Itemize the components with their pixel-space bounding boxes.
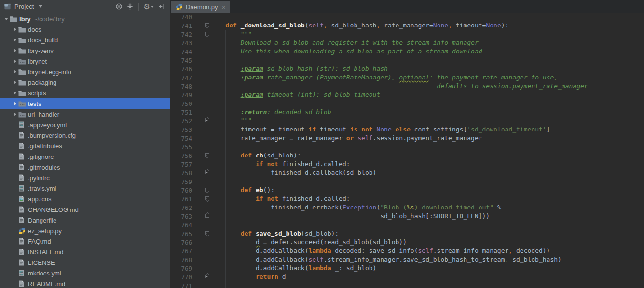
code-line[interactable]: 765 def save_sd_blob(sd_blob):: [170, 229, 644, 238]
code-line[interactable]: 762 finished_d.errback(Exception("Blob (…: [170, 203, 644, 212]
tree-item-changelog-md[interactable]: CHANGELOG.md: [0, 204, 170, 215]
code-line[interactable]: 742 """: [170, 30, 644, 39]
code-text[interactable]: d.addCallback(self.stream_info_manager.s…: [207, 255, 644, 264]
code-text[interactable]: if not finished_d.called:: [207, 195, 644, 203]
code-text[interactable]: :param timeout (int): sd blob timeout: [207, 91, 644, 99]
tree-item-ez-setup-py[interactable]: ez_setup.py: [0, 225, 170, 236]
fold-end-icon[interactable]: [205, 118, 209, 122]
code-text[interactable]: if not finished_d.called:: [207, 160, 644, 169]
fold-end-icon[interactable]: [205, 170, 209, 174]
code-line[interactable]: 747 :param rate_manager (PaymentRateMana…: [170, 73, 644, 82]
code-line[interactable]: 745: [170, 56, 644, 65]
code-text[interactable]: sd_blob_hash[:SHORT_ID_LEN])): [207, 212, 644, 221]
tree-item--gitmodules[interactable]: .gitmodules: [0, 162, 170, 172]
chevron-collapsed-icon[interactable]: [12, 49, 18, 52]
code-line[interactable]: 741 def _download_sd_blob(self, sd_blob_…: [170, 21, 644, 30]
tree-item-uri-handler[interactable]: uri_handler: [0, 109, 170, 119]
fold-collapse-icon[interactable]: [205, 188, 209, 192]
tree-item-faq-md[interactable]: FAQ.md: [0, 236, 170, 247]
close-icon[interactable]: ×: [221, 4, 225, 10]
code-line[interactable]: 749 :param timeout (int): sd blob timeou…: [170, 91, 644, 99]
code-text[interactable]: [207, 13, 644, 21]
fold-collapse-icon[interactable]: [205, 23, 209, 27]
tree-item-packaging[interactable]: packaging: [0, 77, 170, 88]
chevron-collapsed-icon[interactable]: [12, 59, 18, 63]
code-line[interactable]: 752 """: [170, 117, 644, 125]
code-line[interactable]: 759: [170, 177, 644, 186]
code-text[interactable]: [207, 56, 644, 65]
tree-item-lbry-venv[interactable]: lbry-venv: [0, 45, 170, 56]
code-line[interactable]: 756 def cb(sd_blob):: [170, 151, 644, 160]
tree-item-tests[interactable]: tests: [0, 98, 170, 109]
project-panel-title[interactable]: Project: [14, 3, 34, 10]
code-text[interactable]: rate_manager = rate_manager or self.sess…: [207, 134, 644, 143]
chevron-collapsed-icon[interactable]: [12, 102, 18, 105]
code-text[interactable]: """: [207, 30, 644, 39]
code-line[interactable]: 743 Download a sd blob and register it w…: [170, 39, 644, 47]
tree-item-scripts[interactable]: scripts: [0, 88, 170, 98]
tree-item-readme-md[interactable]: README.md: [0, 278, 170, 288]
code-line[interactable]: 748 defaults to session.payment_rate_man…: [170, 82, 644, 91]
tree-item-mkdocs-yml[interactable]: mkdocs.yml: [0, 268, 170, 278]
fold-collapse-icon[interactable]: [205, 231, 209, 235]
code-line[interactable]: 744 Use this when downloading a sd blob …: [170, 47, 644, 56]
code-line[interactable]: 768 d.addCallback(self.stream_info_manag…: [170, 255, 644, 264]
tree-item--gitignore[interactable]: .gitignore: [0, 151, 170, 162]
tree-item-install-md[interactable]: INSTALL.md: [0, 247, 170, 257]
code-text[interactable]: [207, 99, 644, 108]
code-text[interactable]: finished_d.callback(sd_blob): [207, 169, 644, 177]
code-text[interactable]: :param rate_manager (PaymentRateManager)…: [207, 73, 644, 82]
code-text[interactable]: d = defer.succeed(read_sd_blob(sd_blob)): [207, 238, 644, 247]
code-line[interactable]: 764: [170, 221, 644, 229]
tree-item--gitattributes[interactable]: .gitattributes: [0, 141, 170, 151]
tree-item-lbry[interactable]: lbry~/code/lbry: [0, 13, 170, 24]
code-line[interactable]: 755: [170, 143, 644, 151]
code-line[interactable]: 771: [170, 281, 644, 288]
tree-item-docs-build[interactable]: docs_build: [0, 35, 170, 45]
chevron-down-icon[interactable]: [39, 5, 42, 8]
code-line[interactable]: 760 def eb():: [170, 186, 644, 195]
code-text[interactable]: [207, 221, 644, 229]
tab-daemon-py[interactable]: Daemon.py ×: [171, 1, 230, 13]
code-text[interactable]: d.addCallback(lambda _: sd_blob): [207, 264, 644, 273]
code-line[interactable]: 753 timeout = timeout if timeout is not …: [170, 125, 644, 134]
code-text[interactable]: def _download_sd_blob(self, sd_blob_hash…: [207, 21, 644, 30]
fold-collapse-icon[interactable]: [205, 32, 209, 36]
tree-item-lbrynet-egg-info[interactable]: lbrynet.egg-info: [0, 66, 170, 77]
chevron-collapsed-icon[interactable]: [12, 27, 18, 31]
chevron-collapsed-icon[interactable]: [12, 80, 18, 84]
fold-collapse-icon[interactable]: [205, 196, 209, 200]
chevron-collapsed-icon[interactable]: [12, 70, 18, 74]
fold-end-icon[interactable]: [205, 214, 209, 218]
tree-item-license[interactable]: LICENSE: [0, 257, 170, 268]
code-line[interactable]: 766 d = defer.succeed(read_sd_blob(sd_bl…: [170, 238, 644, 247]
tree-item--appveyor-yml[interactable]: .appveyor.yml: [0, 119, 170, 130]
locate-icon[interactable]: [113, 2, 124, 11]
code-text[interactable]: :return: decoded sd blob: [207, 108, 644, 117]
code-line[interactable]: 746 :param sd_blob_hash (str): sd blob h…: [170, 65, 644, 73]
code-line[interactable]: 767 d.addCallback(lambda decoded: save_s…: [170, 247, 644, 255]
code-text[interactable]: """: [207, 117, 644, 125]
tree-item--travis-yml[interactable]: .travis.yml: [0, 183, 170, 194]
code-editor[interactable]: 740741 def _download_sd_blob(self, sd_bl…: [170, 13, 644, 288]
code-line[interactable]: 769 d.addCallback(lambda _: sd_blob): [170, 264, 644, 273]
hide-panel-icon[interactable]: [156, 2, 167, 11]
tree-item-lbrynet[interactable]: lbrynet: [0, 56, 170, 66]
code-line[interactable]: 761 if not finished_d.called:: [170, 195, 644, 203]
code-line[interactable]: 750: [170, 99, 644, 108]
code-line[interactable]: 758 finished_d.callback(sd_blob): [170, 169, 644, 177]
code-line[interactable]: 763 sd_blob_hash[:SHORT_ID_LEN])): [170, 212, 644, 221]
code-text[interactable]: [207, 177, 644, 186]
tree-item--pylintrc[interactable]: .pylintrc: [0, 172, 170, 183]
code-text[interactable]: def save_sd_blob(sd_blob):: [207, 229, 644, 238]
code-text[interactable]: return d: [207, 273, 644, 281]
settings-gear-icon[interactable]: ⚙: [142, 2, 156, 11]
project-tree-panel[interactable]: lbry~/code/lbrydocsdocs_buildlbry-venvlb…: [0, 13, 170, 288]
code-text[interactable]: Use this when downloading a sd blob as p…: [207, 47, 644, 56]
code-line[interactable]: 754 rate_manager = rate_manager or self.…: [170, 134, 644, 143]
code-text[interactable]: [207, 281, 644, 288]
collapse-all-icon[interactable]: [124, 2, 136, 11]
code-text[interactable]: def cb(sd_blob):: [207, 151, 644, 160]
chevron-collapsed-icon[interactable]: [12, 112, 18, 116]
chevron-collapsed-icon[interactable]: [12, 91, 18, 95]
